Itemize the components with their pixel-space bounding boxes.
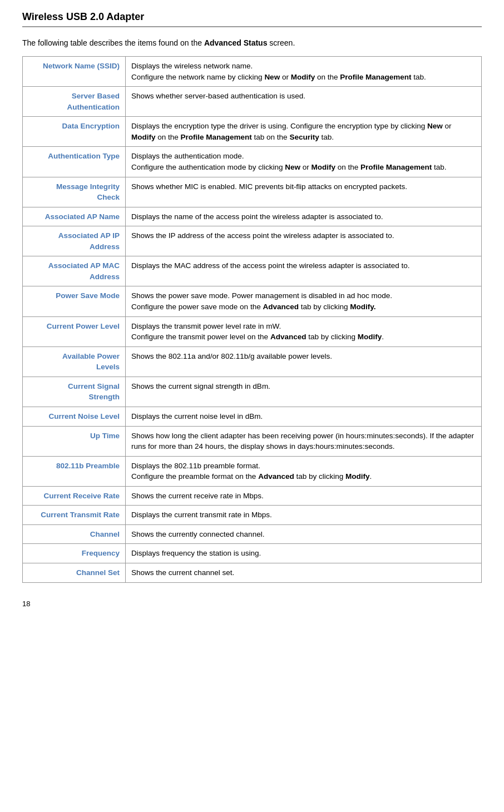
table-row: Data EncryptionDisplays the encryption t…: [23, 117, 482, 147]
table-row: Current SignalStrengthShows the current …: [23, 377, 482, 407]
row-value: Displays the current noise level in dBm.: [126, 407, 482, 426]
table-row: Current Transmit RateDisplays the curren…: [23, 506, 482, 525]
row-value: Shows the power save mode. Power managem…: [126, 286, 482, 316]
table-row: Associated AP MACAddressDisplays the MAC…: [23, 256, 482, 286]
row-value: Displays frequency the station is using.: [126, 544, 482, 563]
row-label: Current SignalStrength: [23, 377, 126, 407]
row-label: Available PowerLevels: [23, 346, 126, 377]
table-row: Message IntegrityCheckShows whether MIC …: [23, 177, 482, 207]
row-label: Associated AP Name: [23, 207, 126, 226]
row-value: Shows the current signal strength in dBm…: [126, 377, 482, 407]
table-row: Authentication TypeDisplays the authenti…: [23, 147, 482, 177]
row-value: Shows the 802.11a and/or 802.11b/g avail…: [126, 346, 482, 377]
table-row: Up TimeShows how long the client adapter…: [23, 426, 482, 456]
row-label: 802.11b Preamble: [23, 456, 126, 486]
row-value: Shows whether server-based authenticatio…: [126, 87, 482, 117]
row-value: Displays the MAC address of the access p…: [126, 256, 482, 286]
row-value: Displays the transmit power level rate i…: [126, 316, 482, 346]
row-label: Data Encryption: [23, 117, 126, 147]
row-value: Shows the current channel set.: [126, 563, 482, 583]
advanced-status-table: Network Name (SSID)Displays the wireless…: [22, 56, 482, 583]
row-label: Message IntegrityCheck: [23, 177, 126, 207]
row-label: Authentication Type: [23, 147, 126, 177]
row-value: Displays the encryption type the driver …: [126, 117, 482, 147]
table-row: Associated AP NameDisplays the name of t…: [23, 207, 482, 226]
table-row: 802.11b PreambleDisplays the 802.11b pre…: [23, 456, 482, 486]
row-label: Associated AP MACAddress: [23, 256, 126, 286]
row-value: Displays the wireless network name.Confi…: [126, 57, 482, 87]
table-row: ChannelShows the currently connected cha…: [23, 524, 482, 544]
row-value: Shows the current receive rate in Mbps.: [126, 486, 482, 506]
row-label: Frequency: [23, 544, 126, 563]
row-value: Shows the currently connected channel.: [126, 524, 482, 544]
row-label: Current Noise Level: [23, 407, 126, 426]
table-row: Current Receive RateShows the current re…: [23, 486, 482, 506]
row-label: Current Receive Rate: [23, 486, 126, 506]
row-label: Associated AP IPAddress: [23, 226, 126, 256]
table-row: Power Save ModeShows the power save mode…: [23, 286, 482, 316]
row-label: Channel: [23, 524, 126, 544]
page-header: Wireless USB 2.0 Adapter: [22, 11, 482, 27]
row-value: Shows the IP address of the access point…: [126, 226, 482, 256]
table-row: Network Name (SSID)Displays the wireless…: [23, 57, 482, 87]
row-label: Server BasedAuthentication: [23, 87, 126, 117]
table-row: Server BasedAuthenticationShows whether …: [23, 87, 482, 117]
row-label: Current Power Level: [23, 316, 126, 346]
table-row: Current Noise LevelDisplays the current …: [23, 407, 482, 426]
row-label: Current Transmit Rate: [23, 506, 126, 525]
row-value: Shows whether MIC is enabled. MIC preven…: [126, 177, 482, 207]
row-value: Displays the authentication mode.Configu…: [126, 147, 482, 177]
table-row: Associated AP IPAddressShows the IP addr…: [23, 226, 482, 256]
row-label: Power Save Mode: [23, 286, 126, 316]
row-label: Up Time: [23, 426, 126, 456]
row-value: Displays the 802.11b preamble format.Con…: [126, 456, 482, 486]
table-row: Channel SetShows the current channel set…: [23, 563, 482, 583]
table-row: Current Power LevelDisplays the transmit…: [23, 316, 482, 346]
row-label: Channel Set: [23, 563, 126, 583]
row-value: Displays the name of the access point th…: [126, 207, 482, 226]
table-row: Available PowerLevelsShows the 802.11a a…: [23, 346, 482, 377]
table-row: FrequencyDisplays frequency the station …: [23, 544, 482, 563]
row-value: Displays the current transmit rate in Mb…: [126, 506, 482, 525]
row-value: Shows how long the client adapter has be…: [126, 426, 482, 456]
row-label: Network Name (SSID): [23, 57, 126, 87]
intro-paragraph: The following table describes the items …: [22, 38, 482, 47]
page-number: 18: [22, 600, 482, 608]
